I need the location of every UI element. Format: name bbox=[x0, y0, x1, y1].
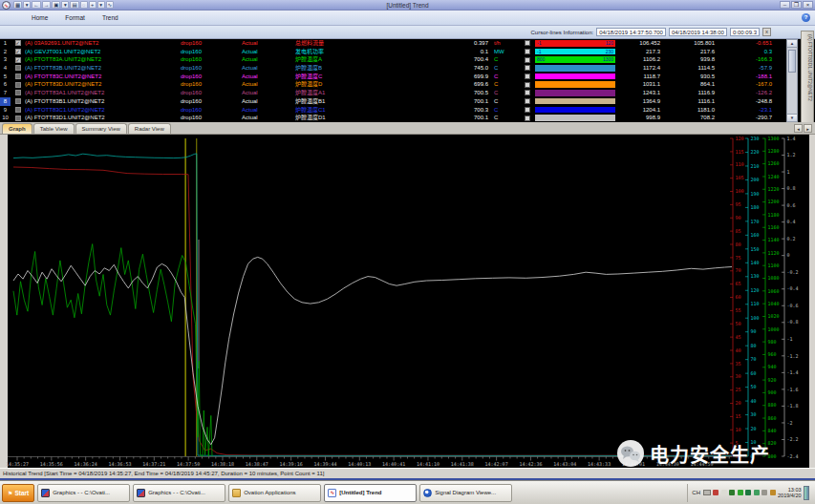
taskbar-task-graphics[interactable]: Graphics - - C:\Ovati... bbox=[133, 484, 225, 502]
row-number[interactable]: 9 bbox=[0, 106, 11, 115]
forward-arrow-icon[interactable]: → bbox=[42, 1, 52, 9]
tray-green-dark-icon[interactable] bbox=[729, 490, 735, 495]
row-checkbox[interactable] bbox=[15, 116, 21, 121]
chart-icon[interactable]: ▦ bbox=[13, 1, 22, 9]
row-checkbox[interactable] bbox=[15, 98, 21, 104]
row-checkbox[interactable] bbox=[15, 65, 21, 71]
tray-red-app-icon[interactable] bbox=[713, 490, 718, 495]
row-checkbox[interactable] bbox=[15, 74, 21, 79]
row-checkbox[interactable] bbox=[15, 82, 21, 88]
row-number[interactable]: 8 bbox=[0, 97, 11, 106]
view-tab-radar-view[interactable]: Radar View bbox=[128, 123, 171, 134]
tray-green-icon[interactable] bbox=[738, 490, 743, 495]
point-name[interactable]: (A) FTOTT83B1.UNIT2@NET2 bbox=[25, 97, 181, 106]
view-tab-table-view[interactable]: Table View bbox=[33, 123, 75, 134]
table-row[interactable]: 10(A) FTOTT83D1.UNIT2@NET2drop160Actual炉… bbox=[0, 114, 815, 122]
taskbar-task-trend[interactable]: ∿[Untitled] Trend bbox=[324, 484, 417, 502]
scroll-up-icon[interactable]: ▲ bbox=[787, 40, 797, 48]
back-arrow-icon[interactable]: ← bbox=[32, 1, 41, 9]
taskbar-task-signal[interactable]: Signal Diagram Viewe... bbox=[419, 484, 512, 502]
close-button[interactable]: × bbox=[803, 1, 813, 9]
row-number[interactable]: 5 bbox=[0, 73, 11, 81]
point-name[interactable]: (A) FTOTT83D1.UNIT2@NET2 bbox=[25, 114, 181, 122]
row-scale-button[interactable] bbox=[525, 49, 530, 54]
taskbar-task-folder[interactable]: Ovation Applications bbox=[228, 484, 321, 502]
point-name[interactable]: (A) FTOTT83B.UNIT2@NET2 bbox=[25, 64, 181, 73]
scroll-down-icon[interactable]: ▼ bbox=[787, 114, 797, 121]
tray-orange-icon[interactable] bbox=[770, 490, 776, 495]
start-button[interactable]: ⚑ Start bbox=[2, 484, 34, 502]
tab-scroll-right-icon[interactable]: ▸ bbox=[804, 124, 812, 133]
row-scale-button[interactable] bbox=[525, 116, 530, 121]
row-checkbox[interactable]: ✓ bbox=[15, 57, 21, 63]
row-number[interactable]: 7 bbox=[0, 89, 11, 97]
row-scale-button[interactable] bbox=[525, 40, 530, 46]
app-logo-icon[interactable]: ∿ bbox=[2, 1, 11, 10]
language-indicator[interactable]: CH bbox=[692, 490, 700, 495]
tray-chart-icon[interactable] bbox=[745, 490, 751, 495]
row-number[interactable]: 4 bbox=[0, 64, 11, 73]
image-dropdown-icon[interactable]: ▾ bbox=[61, 1, 69, 9]
point-name[interactable]: (A) GEVJT001.UNIT2@NET2 bbox=[25, 48, 181, 56]
row-checkbox[interactable]: ✓ bbox=[15, 49, 21, 54]
table-row[interactable]: 8(A) FTOTT83B1.UNIT2@NET2drop160Actual炉膛… bbox=[0, 97, 815, 106]
side-point-tab[interactable]: (A) FTOTT83D1.UNIT2@NET2 bbox=[801, 31, 814, 130]
table-row[interactable]: 9(A) FTOTT83C1.UNIT2@NET2drop160Actual炉膛… bbox=[0, 106, 815, 115]
tray-flag-icon[interactable] bbox=[721, 490, 727, 495]
row-scale-button[interactable] bbox=[525, 57, 530, 63]
row-number[interactable]: 2 bbox=[0, 48, 11, 56]
table-row[interactable]: 1✓(A) 03A92691.UNIT2@NET2drop160Actual总燃… bbox=[0, 39, 815, 48]
point-name[interactable]: (A) FTOTT83D.UNIT2@NET2 bbox=[25, 80, 181, 89]
row-scale-button[interactable] bbox=[525, 90, 530, 95]
menu-format[interactable]: Format bbox=[56, 13, 94, 22]
row-scale-button[interactable] bbox=[525, 82, 530, 88]
point-name[interactable]: (A) 03A92691.UNIT2@NET2 bbox=[25, 39, 181, 48]
table-row[interactable]: 5(A) FTOTT83C.UNIT2@NET2drop160Actual炉膛温… bbox=[0, 73, 815, 81]
cursor-time-1[interactable]: 04/18/2019 14:37:50.700 bbox=[596, 28, 666, 36]
zoom-icon[interactable]: ◌ bbox=[80, 1, 88, 9]
row-checkbox[interactable] bbox=[15, 107, 21, 113]
row-scale-button[interactable] bbox=[525, 74, 530, 79]
table-row[interactable]: 4(A) FTOTT83B.UNIT2@NET2drop160Actual炉膛温… bbox=[0, 64, 815, 73]
add-icon[interactable]: + bbox=[89, 1, 97, 9]
trend-chart[interactable]: 14:35:2714:35:5614:36:2414:36:5314:37:21… bbox=[0, 135, 815, 468]
table-row[interactable]: 3✓(A) FTOTT83A.UNIT2@NET2drop160Actual炉膛… bbox=[0, 55, 815, 64]
trend-line-icon[interactable]: ∿ bbox=[106, 1, 115, 9]
tray-globe-icon[interactable] bbox=[754, 490, 760, 495]
table-row[interactable]: 7(A) FTOTT83A1.UNIT2@NET2drop160Actual炉膛… bbox=[0, 89, 815, 97]
row-number[interactable]: 1 bbox=[0, 39, 11, 48]
menu-home[interactable]: Home bbox=[23, 13, 56, 22]
tray-gray-icon[interactable] bbox=[761, 490, 767, 495]
cursor-info-close-icon[interactable]: x bbox=[762, 28, 771, 36]
cursor-time-2[interactable]: 04/18/2019 14:38:00 bbox=[669, 28, 727, 36]
row-number[interactable]: 6 bbox=[0, 80, 11, 89]
show-desktop-button[interactable] bbox=[804, 486, 809, 500]
copy-icon[interactable]: ▤ bbox=[70, 1, 78, 9]
table-row[interactable]: 6(A) FTOTT83D.UNIT2@NET2drop160Actual炉膛温… bbox=[0, 80, 815, 89]
row-scale-button[interactable] bbox=[525, 98, 530, 104]
restore-button[interactable]: ❐ bbox=[791, 1, 802, 9]
row-scale-button[interactable] bbox=[525, 65, 530, 71]
printer-icon[interactable] bbox=[703, 490, 711, 495]
point-name[interactable]: (A) FTOTT83C1.UNIT2@NET2 bbox=[25, 106, 181, 115]
minimize-button[interactable]: – bbox=[780, 1, 790, 9]
row-number[interactable]: 3 bbox=[0, 55, 11, 64]
point-name[interactable]: (A) FTOTT83C.UNIT2@NET2 bbox=[25, 73, 181, 81]
menu-trend[interactable]: Trend bbox=[94, 13, 127, 22]
row-checkbox[interactable] bbox=[15, 90, 21, 95]
point-name[interactable]: (A) FTOTT83A1.UNIT2@NET2 bbox=[25, 89, 181, 97]
view-tab-graph[interactable]: Graph bbox=[2, 123, 32, 134]
taskbar-task-graphics[interactable]: Graphics - - C:\Ovati... bbox=[37, 484, 130, 502]
add-dropdown-icon[interactable]: ▾ bbox=[97, 1, 105, 9]
table-row[interactable]: 2✓(A) GEVJT001.UNIT2@NET2drop160Actual发电… bbox=[0, 48, 815, 56]
row-checkbox[interactable]: ✓ bbox=[15, 40, 21, 46]
view-tab-summary-view[interactable]: Summary View bbox=[75, 123, 127, 134]
chart-dropdown-icon[interactable]: ▾ bbox=[23, 1, 31, 9]
row-scale-button[interactable] bbox=[525, 107, 530, 113]
image-icon[interactable]: ▣ bbox=[52, 1, 60, 9]
row-number[interactable]: 10 bbox=[0, 114, 11, 122]
tab-scroll-left-icon[interactable]: ◂ bbox=[794, 124, 803, 133]
scroll-thumb[interactable] bbox=[788, 50, 796, 73]
help-icon[interactable]: ? bbox=[802, 13, 810, 22]
table-scrollbar[interactable]: ▲ ▼ bbox=[786, 39, 798, 122]
